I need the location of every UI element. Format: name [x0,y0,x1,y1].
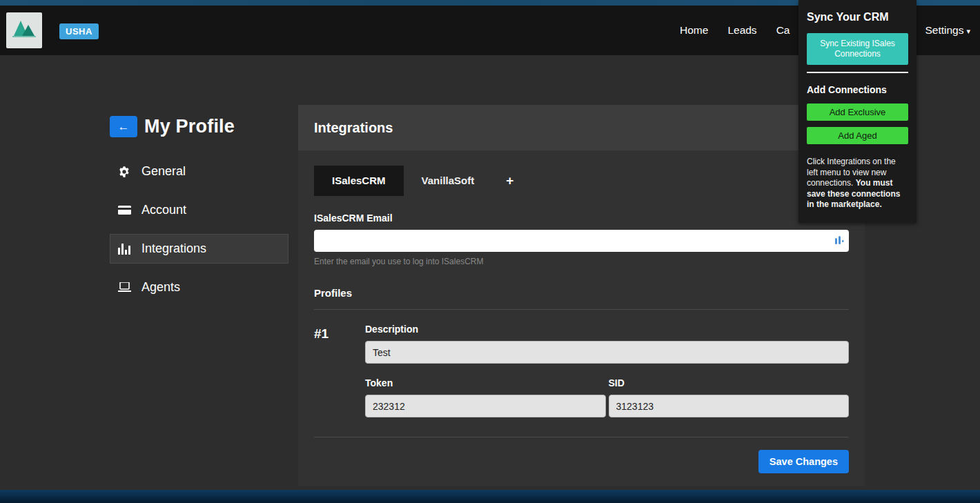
mountain-logo-icon [10,15,39,46]
sidebar-item-integrations[interactable]: Integrations [110,234,288,264]
app-screen: USHA Home Leads Ca Settings▾ Sync Your C… [0,0,980,503]
sidebar-item-agents[interactable]: Agents [110,273,288,302]
profile-fields: Description Token SID [365,324,849,417]
panel-body: ISalesCRM VanillaSoft + ISalesCRM Email … [298,150,865,473]
nav-item-home[interactable]: Home [680,24,708,37]
integrations-panel: Integrations ISalesCRM VanillaSoft + ISa… [298,105,865,486]
back-arrow-icon: ← [118,121,130,132]
profile-sidebar: ← My Profile General Account [110,116,288,311]
sidebar-item-label: General [141,164,186,179]
email-field-wrap [314,230,849,252]
token-input[interactable] [365,395,606,417]
sync-existing-connections-button[interactable]: Sync Existing ISales Connections [807,33,908,65]
description-label: Description [365,324,849,335]
caret-down-icon: ▾ [966,27,970,35]
add-exclusive-button[interactable]: Add Exclusive [807,103,908,121]
tab-vanillasoft[interactable]: VanillaSoft [404,166,493,196]
add-aged-button[interactable]: Add Aged [807,127,908,144]
profiles-heading: Profiles [314,287,849,299]
email-help-text: Enter the email you use to log into ISal… [314,257,849,266]
nav-item-leads[interactable]: Leads [727,24,756,37]
add-tab-button[interactable]: + [492,166,527,196]
laptop-icon [117,282,131,294]
settings-label: Settings [925,24,963,36]
gear-icon [117,166,131,178]
dropdown-divider [807,72,908,73]
token-col: Token [365,377,606,417]
brand-badge: USHA [59,23,99,39]
sidebar-item-label: Agents [141,280,180,295]
app-logo[interactable] [6,12,42,48]
page-title: My Profile [144,116,235,137]
tab-isalescrm[interactable]: ISalesCRM [314,166,404,196]
dropdown-title: Sync Your CRM [807,11,908,23]
sidebar-item-account[interactable]: Account [110,195,288,225]
dropdown-note: Click Integrations on the left menu to v… [807,157,908,210]
add-connections-heading: Add Connections [807,84,908,95]
integration-tabs: ISalesCRM VanillaSoft + [314,166,849,196]
panel-header: Integrations [298,105,865,150]
save-row: Save Changes [314,450,849,473]
profiles-divider [314,309,849,310]
profile-row: #1 Description Token SID [314,324,849,417]
bar-chart-icon [117,243,131,255]
sidebar-title-row: ← My Profile [110,116,288,137]
description-input[interactable] [365,341,849,364]
sid-input[interactable] [609,395,850,417]
autofill-extension-icon[interactable] [834,235,844,249]
sidebar-item-general[interactable]: General [110,157,288,186]
nav-item-settings[interactable]: Settings▾ [925,24,970,37]
sync-crm-dropdown: Sync Your CRM Sync Existing ISales Conne… [798,0,917,223]
token-sid-row: Token SID [365,377,849,417]
back-button[interactable]: ← [110,116,137,137]
nav-item-truncated[interactable]: Ca [776,24,790,37]
sidebar-item-label: Integrations [141,241,206,256]
sid-col: SID [609,377,850,417]
save-changes-button[interactable]: Save Changes [758,450,849,473]
sid-label: SID [609,377,850,388]
token-label: Token [365,377,606,388]
email-field-label: ISalesCRM Email [314,213,849,224]
email-input[interactable] [314,230,849,252]
background-ocean-bottom [0,490,980,503]
sidebar-item-label: Account [141,203,186,217]
credit-card-icon [117,204,131,217]
profile-index: #1 [314,324,365,417]
footer-divider [314,437,849,437]
